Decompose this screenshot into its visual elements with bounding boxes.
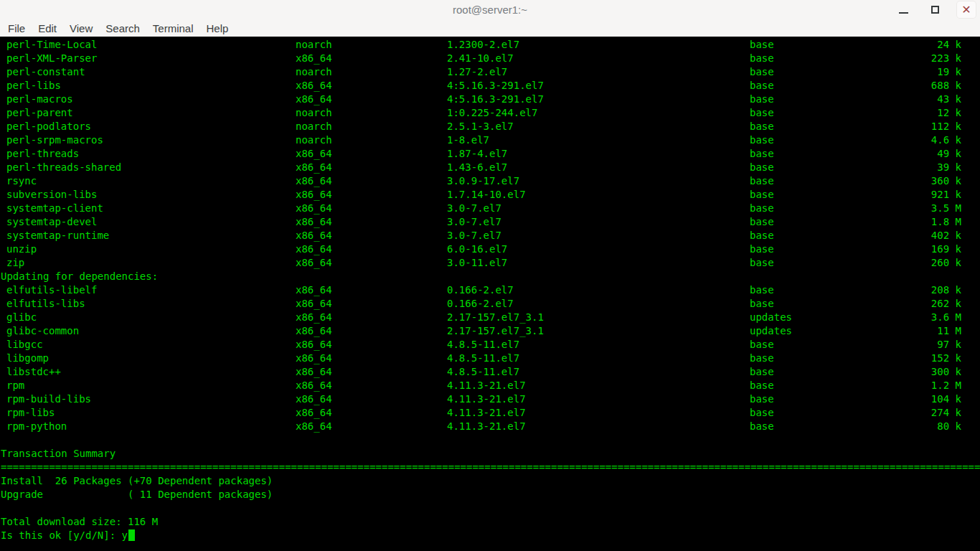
pkg-version: 2.17-157.el7_3.1 xyxy=(447,324,750,338)
minimize-button[interactable] xyxy=(894,1,913,18)
pkg-size: 169 k xyxy=(915,242,980,256)
package-row: libgompx86_644.8.5-11.el7base152 k xyxy=(0,352,980,365)
confirm-prompt-line[interactable]: Is this ok [y/d/N]: y xyxy=(0,529,980,542)
pkg-repo: base xyxy=(750,365,915,379)
pkg-arch: noarch xyxy=(296,120,447,133)
menu-item-view[interactable]: View xyxy=(63,21,99,36)
pkg-repo: base xyxy=(750,174,915,188)
package-row: rsyncx86_643.0.9-17.el7base360 k xyxy=(0,174,980,188)
package-row: libstdc++x86_644.8.5-11.el7base300 k xyxy=(0,365,980,379)
pkg-version: 6.0-16.el7 xyxy=(447,242,750,256)
terminal-screen[interactable]: perl-Time-Localnoarch1.2300-2.el7base24 … xyxy=(0,37,980,551)
pkg-version: 1.87-4.el7 xyxy=(447,147,750,161)
package-row: perl-podlatorsnoarch2.5.1-3.el7base112 k xyxy=(0,120,980,133)
pkg-version: 0.166-2.el7 xyxy=(447,297,750,311)
pkg-arch: x86_64 xyxy=(296,338,447,352)
pkg-size: 260 k xyxy=(915,256,980,270)
pkg-arch: x86_64 xyxy=(296,174,447,188)
blank-line xyxy=(0,501,980,515)
pkg-size: 3.6 M xyxy=(915,311,980,324)
pkg-version: 4:5.16.3-291.el7 xyxy=(447,79,750,93)
pkg-version: 4.8.5-11.el7 xyxy=(447,338,750,352)
pkg-arch: x86_64 xyxy=(296,420,447,433)
package-row: zipx86_643.0-11.el7base260 k xyxy=(0,256,980,270)
pkg-name: perl-Time-Local xyxy=(0,38,296,52)
pkg-name: perl-srpm-macros xyxy=(0,133,296,147)
pkg-arch: noarch xyxy=(296,106,447,120)
install-summary-line: Install 26 Packages (+70 Dependent packa… xyxy=(0,474,980,488)
pkg-name: elfutils-libelf xyxy=(0,283,296,297)
pkg-size: 24 k xyxy=(915,38,980,52)
transaction-summary-heading: Transaction Summary xyxy=(0,447,980,461)
menu-item-search[interactable]: Search xyxy=(99,21,146,36)
pkg-version: 4.8.5-11.el7 xyxy=(447,365,750,379)
package-row: perl-XML-Parserx86_642.41-10.el7base223 … xyxy=(0,52,980,65)
total-download-size-line: Total download size: 116 M xyxy=(0,515,980,529)
pkg-repo: base xyxy=(750,202,915,215)
pkg-name: elfutils-libs xyxy=(0,297,296,311)
pkg-version: 3.0-7.el7 xyxy=(447,202,750,215)
pkg-arch: x86_64 xyxy=(296,147,447,161)
pkg-size: 4.6 k xyxy=(915,133,980,147)
package-row: glibcx86_642.17-157.el7_3.1updates3.6 M xyxy=(0,311,980,324)
prompt-input-value: y xyxy=(122,529,128,541)
pkg-name: perl-podlators xyxy=(0,120,296,133)
pkg-version: 3.0-11.el7 xyxy=(447,256,750,270)
pkg-name: perl-XML-Parser xyxy=(0,52,296,65)
pkg-name: libgomp xyxy=(0,352,296,365)
pkg-size: 152 k xyxy=(915,352,980,365)
pkg-size: 97 k xyxy=(915,338,980,352)
pkg-name: systemtap-runtime xyxy=(0,229,296,242)
pkg-version: 4.11.3-21.el7 xyxy=(447,406,750,420)
pkg-repo: base xyxy=(750,93,915,106)
pkg-repo: base xyxy=(750,38,915,52)
pkg-name: subversion-libs xyxy=(0,188,296,202)
pkg-arch: x86_64 xyxy=(296,256,447,270)
pkg-size: 19 k xyxy=(915,65,980,79)
menu-item-edit[interactable]: Edit xyxy=(32,21,63,36)
title-bar[interactable]: root@server1:~ ✕ xyxy=(0,0,980,19)
pkg-repo: base xyxy=(750,297,915,311)
pkg-repo: base xyxy=(750,283,915,297)
pkg-name: zip xyxy=(0,256,296,270)
pkg-version: 1-8.el7 xyxy=(447,133,750,147)
menu-item-help[interactable]: Help xyxy=(200,21,235,36)
pkg-name: systemtap-client xyxy=(0,202,296,215)
package-row: perl-srpm-macrosnoarch1-8.el7base4.6 k xyxy=(0,133,980,147)
blank-line xyxy=(0,433,980,447)
package-row: perl-libsx86_644:5.16.3-291.el7base688 k xyxy=(0,79,980,93)
pkg-size: 208 k xyxy=(915,283,980,297)
package-row: glibc-commonx86_642.17-157.el7_3.1update… xyxy=(0,324,980,338)
pkg-repo: base xyxy=(750,229,915,242)
close-button[interactable]: ✕ xyxy=(957,1,976,18)
pkg-name: rpm-libs xyxy=(0,406,296,420)
pkg-name: libstdc++ xyxy=(0,365,296,379)
pkg-name: perl-constant xyxy=(0,65,296,79)
pkg-size: 688 k xyxy=(915,79,980,93)
menu-item-terminal[interactable]: Terminal xyxy=(146,21,200,36)
maximize-icon xyxy=(931,6,939,14)
pkg-arch: x86_64 xyxy=(296,215,447,229)
pkg-repo: updates xyxy=(750,324,915,338)
pkg-version: 1:0.225-244.el7 xyxy=(447,106,750,120)
pkg-arch: x86_64 xyxy=(296,202,447,215)
pkg-arch: noarch xyxy=(296,65,447,79)
pkg-repo: base xyxy=(750,406,915,420)
pkg-size: 80 k xyxy=(915,420,980,433)
pkg-version: 2.17-157.el7_3.1 xyxy=(447,311,750,324)
upgrade-summary-line: Upgrade ( 11 Dependent packages) xyxy=(0,488,980,501)
maximize-button[interactable] xyxy=(925,1,944,18)
package-row: rpmx86_644.11.3-21.el7base1.2 M xyxy=(0,379,980,392)
pkg-size: 104 k xyxy=(915,392,980,406)
pkg-size: 300 k xyxy=(915,365,980,379)
pkg-size: 1.8 M xyxy=(915,215,980,229)
pkg-arch: x86_64 xyxy=(296,242,447,256)
pkg-name: perl-macros xyxy=(0,93,296,106)
pkg-size: 12 k xyxy=(915,106,980,120)
menu-item-file[interactable]: File xyxy=(1,21,32,36)
pkg-repo: base xyxy=(750,147,915,161)
pkg-version: 0.166-2.el7 xyxy=(447,283,750,297)
pkg-arch: x86_64 xyxy=(296,161,447,174)
pkg-version: 1.2300-2.el7 xyxy=(447,38,750,52)
pkg-name: perl-libs xyxy=(0,79,296,93)
